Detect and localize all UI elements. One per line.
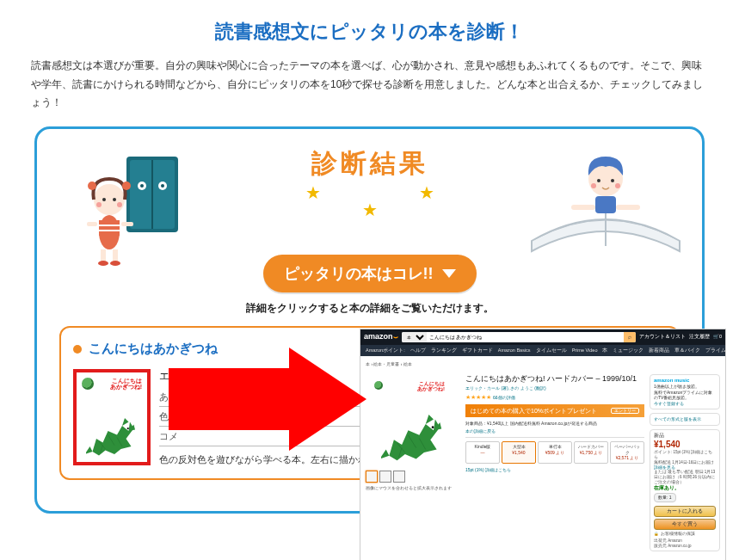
subnav-item[interactable]: ランキング xyxy=(431,348,457,354)
music-promo-box[interactable]: amazon music 1億曲以上が聴き放題。 無料でAmazonプライムに対… xyxy=(650,374,720,410)
svg-point-16 xyxy=(96,202,102,207)
buy-now-button[interactable]: 今すぐ買う xyxy=(654,519,716,530)
banner-cta[interactable]: エントリー xyxy=(611,408,639,415)
add-to-cart-button[interactable]: カートに入れる xyxy=(654,506,716,517)
result-pill-label: ピッタリの本はコレ!! xyxy=(284,263,434,284)
subnav-item[interactable]: 新着商品 xyxy=(649,348,669,354)
svg-point-12 xyxy=(88,182,96,190)
product-main-image[interactable]: こんにちは あかぎつね! xyxy=(366,374,460,467)
search-icon[interactable]: ⌕ xyxy=(624,332,636,342)
publisher-logo-icon xyxy=(82,378,94,390)
star-rating[interactable]: ★★★★★ 66個の評価 xyxy=(465,393,644,401)
fox-image-icon xyxy=(381,403,445,464)
sold-by: 販売元 Amazon.co.jp xyxy=(654,544,716,549)
product-details-column: こんにちはあかぎつね! ハードカバー – 1999/10/1 エリック・カール … xyxy=(465,374,644,556)
svg-point-27 xyxy=(611,179,614,182)
intro-paragraph: 読書感想文は本選びが重要。自分の興味や関心に合ったテーマの本を選べば、心が動かさ… xyxy=(0,57,739,126)
amazon-subnav: Amazonポイント: ヘルプ ランキング ギフトカード Amazon Basi… xyxy=(360,345,725,356)
svg-rect-32 xyxy=(616,205,640,210)
format-option[interactable]: 単行本¥509 より xyxy=(538,441,572,464)
promo-banner[interactable]: はじめての本の購入で10%ポイントプレゼント エントリー xyxy=(465,404,644,417)
subnav-item[interactable]: Prime Video xyxy=(572,348,598,354)
decorative-stars: ★★★ xyxy=(305,182,434,203)
subnav-item[interactable]: タイムセール xyxy=(536,348,567,354)
subnav-item[interactable]: ヘルプ xyxy=(410,348,426,354)
svg-point-26 xyxy=(597,179,600,182)
svg-point-4 xyxy=(140,184,144,188)
illustration-girl-book xyxy=(47,138,202,267)
cover-label: こんにちは あかぎつね! xyxy=(417,381,445,392)
chevron-down-icon xyxy=(442,269,456,278)
amazon-logo[interactable]: amazon⌣ xyxy=(364,332,398,342)
svg-rect-31 xyxy=(571,205,595,210)
fast-ship-info: または 最も早い配送 明日 1月13日にお届け（6 時間 26 分以内にご注文の… xyxy=(654,470,716,485)
svg-rect-30 xyxy=(595,196,616,213)
nav-orders[interactable]: 注文履歴 xyxy=(689,334,710,340)
bullet-icon xyxy=(73,345,82,354)
svg-rect-19 xyxy=(121,222,133,226)
format-option[interactable]: ハードカバー¥1,750 より xyxy=(574,441,608,464)
svg-point-39 xyxy=(432,426,434,428)
format-option[interactable]: ペーパーバック¥2,571 より xyxy=(610,441,644,464)
format-option[interactable]: Kindle版— xyxy=(465,441,500,464)
shipping-meta: 対象商品：¥1,540以上 国内配送料無料 Amazon.co.jpが発送する商… xyxy=(465,421,644,427)
stock-status: 在庫あり。 xyxy=(654,485,716,491)
price: ¥1,540 xyxy=(654,439,716,450)
image-zoom-hint: 画像にマウスを合わせると拡大表示されます xyxy=(366,485,460,491)
svg-point-15 xyxy=(113,198,116,201)
product-image-column: こんにちは あかぎつね! xyxy=(366,374,460,556)
svg-rect-8 xyxy=(99,220,120,236)
product-title: こんにちはあかぎつね! ハードカバー – 1999/10/1 xyxy=(465,374,644,385)
amazon-header: amazon⌣ 本 ⌕ アカウント＆リスト 注文履歴 🛒0 xyxy=(360,329,725,345)
buy-box: 新品 ¥1,540 ポイント: 15pt (1%) 詳細はこちら 無料配送 1月… xyxy=(650,429,720,552)
svg-rect-21 xyxy=(113,249,118,262)
points-line[interactable]: 15pt (1%) 詳細はこちら xyxy=(465,467,644,473)
svg-point-17 xyxy=(117,202,122,207)
svg-rect-18 xyxy=(87,222,97,226)
search-input[interactable] xyxy=(427,332,624,342)
subnav-item[interactable]: 本 xyxy=(602,348,607,354)
svg-point-11 xyxy=(94,184,125,215)
breadcrumb[interactable]: 本 › 絵本・児童書 › 絵本 xyxy=(366,361,720,369)
result-caption: 詳細をクリックすると本の詳細をご覧いただけます。 xyxy=(49,301,690,316)
thumb-option[interactable] xyxy=(393,471,405,483)
svg-point-28 xyxy=(591,183,596,188)
illustration-boy-book xyxy=(520,138,692,267)
thumb-option[interactable] xyxy=(366,471,378,483)
cart-icon[interactable]: 🛒0 xyxy=(713,334,722,340)
subnav-item[interactable]: ミュージック xyxy=(613,348,644,354)
svg-point-23 xyxy=(110,261,120,266)
book-thumbnail[interactable]: こんにちは あかぎつね! xyxy=(73,369,151,465)
nav-account[interactable]: アカウント＆リスト xyxy=(639,334,686,340)
quantity-selector[interactable]: 数量: 1 xyxy=(654,493,676,502)
back-link[interactable]: 本の詳細に戻る xyxy=(465,428,644,434)
buy-label: 新品 xyxy=(654,433,716,439)
formats-link-box[interactable]: すべての形式と版を表示 xyxy=(650,413,720,426)
svg-rect-20 xyxy=(101,249,106,262)
svg-point-22 xyxy=(98,261,108,266)
byline[interactable]: エリック・カール (著), さの ようこ (翻訳) xyxy=(465,385,644,391)
banner-text: はじめての本の購入で10%ポイントプレゼント xyxy=(471,407,597,415)
format-selector: Kindle版— 大型本¥1,540 単行本¥509 より ハードカバー¥1,7… xyxy=(465,437,644,464)
subnav-item[interactable]: 車＆バイク xyxy=(674,348,700,354)
subnav-item[interactable]: プライム xyxy=(705,348,725,354)
search-dept-select[interactable]: 本 xyxy=(402,332,427,342)
svg-point-29 xyxy=(615,183,620,188)
subnav-item[interactable]: ギフトカード xyxy=(462,348,493,354)
rating-count[interactable]: 66個の評価 xyxy=(493,395,515,400)
subnav-item[interactable]: Amazon Basics xyxy=(498,348,531,354)
secure-transaction[interactable]: 🔒お客様情報の保護 xyxy=(654,532,716,537)
points-info: ポイント: 15pt (1%) 詳細はこちら xyxy=(654,450,716,460)
svg-point-14 xyxy=(102,198,106,201)
buy-column: amazon music 1億曲以上が聴き放題。 無料でAmazonプライムに対… xyxy=(650,374,720,556)
publisher-logo-icon xyxy=(374,381,383,390)
amazon-page-screenshot: amazon⌣ 本 ⌕ アカウント＆リスト 注文履歴 🛒0 Amazonポイント… xyxy=(360,329,726,560)
amazon-search-bar[interactable]: 本 ⌕ xyxy=(402,332,636,342)
fox-image-icon xyxy=(86,409,138,458)
subnav-item[interactable]: Amazonポイント: xyxy=(366,348,405,354)
format-option[interactable]: 大型本¥1,540 xyxy=(502,441,536,464)
svg-point-13 xyxy=(122,182,131,190)
thumb-option[interactable] xyxy=(379,471,391,483)
lock-icon: 🔒 xyxy=(654,532,659,537)
red-arrow-icon xyxy=(169,348,366,451)
